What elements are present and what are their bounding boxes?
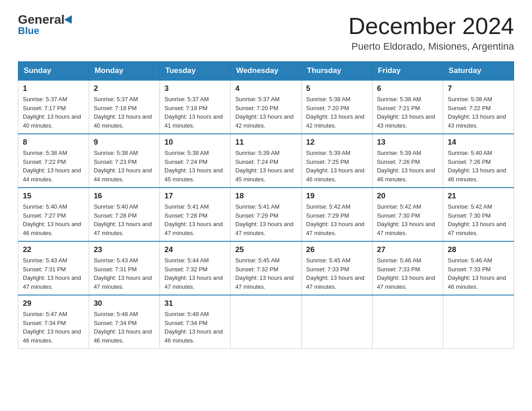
day-number: 30 bbox=[94, 299, 155, 308]
location-title: Puerto Eldorado, Misiones, Argentina bbox=[348, 41, 514, 52]
calendar-cell: 27Sunrise: 5:46 AMSunset: 7:33 PMDayligh… bbox=[372, 241, 443, 295]
day-info: Sunrise: 5:38 AMSunset: 7:22 PMDaylight:… bbox=[23, 149, 84, 184]
calendar-cell: 9Sunrise: 5:38 AMSunset: 7:23 PMDaylight… bbox=[89, 134, 160, 188]
day-number: 22 bbox=[23, 245, 84, 254]
calendar-cell: 7Sunrise: 5:38 AMSunset: 7:22 PMDaylight… bbox=[443, 80, 514, 134]
calendar-cell: 5Sunrise: 5:38 AMSunset: 7:20 PMDaylight… bbox=[301, 80, 372, 134]
calendar-cell: 31Sunrise: 5:48 AMSunset: 7:34 PMDayligh… bbox=[160, 295, 231, 349]
calendar-cell: 1Sunrise: 5:37 AMSunset: 7:17 PMDaylight… bbox=[18, 80, 89, 134]
header-monday: Monday bbox=[89, 62, 160, 81]
calendar-cell: 10Sunrise: 5:38 AMSunset: 7:24 PMDayligh… bbox=[160, 134, 231, 188]
month-title: December 2024 bbox=[348, 13, 514, 39]
day-number: 8 bbox=[23, 138, 84, 147]
logo-triangle-icon bbox=[64, 15, 76, 26]
day-number: 10 bbox=[164, 138, 226, 147]
week-row-1: 1Sunrise: 5:37 AMSunset: 7:17 PMDaylight… bbox=[18, 80, 514, 134]
day-info: Sunrise: 5:38 AMSunset: 7:22 PMDaylight:… bbox=[448, 95, 509, 130]
day-number: 1 bbox=[23, 84, 84, 93]
calendar-cell: 15Sunrise: 5:40 AMSunset: 7:27 PMDayligh… bbox=[18, 188, 89, 241]
day-info: Sunrise: 5:48 AMSunset: 7:34 PMDaylight:… bbox=[94, 310, 155, 345]
calendar-cell bbox=[231, 295, 301, 349]
calendar-cell: 16Sunrise: 5:40 AMSunset: 7:28 PMDayligh… bbox=[89, 188, 160, 241]
logo-line1: General bbox=[18, 13, 74, 26]
day-info: Sunrise: 5:42 AMSunset: 7:29 PMDaylight:… bbox=[306, 202, 368, 237]
day-number: 16 bbox=[94, 192, 155, 201]
week-row-2: 8Sunrise: 5:38 AMSunset: 7:22 PMDaylight… bbox=[18, 134, 514, 188]
calendar-cell: 22Sunrise: 5:43 AMSunset: 7:31 PMDayligh… bbox=[18, 241, 89, 295]
day-info: Sunrise: 5:46 AMSunset: 7:33 PMDaylight:… bbox=[448, 256, 509, 291]
day-number: 6 bbox=[377, 84, 438, 93]
day-info: Sunrise: 5:37 AMSunset: 7:20 PMDaylight:… bbox=[235, 95, 296, 130]
day-number: 23 bbox=[94, 245, 155, 254]
day-info: Sunrise: 5:40 AMSunset: 7:27 PMDaylight:… bbox=[23, 202, 84, 237]
calendar-cell: 8Sunrise: 5:38 AMSunset: 7:22 PMDaylight… bbox=[18, 134, 89, 188]
calendar-cell: 2Sunrise: 5:37 AMSunset: 7:18 PMDaylight… bbox=[89, 80, 160, 134]
day-number: 15 bbox=[23, 192, 84, 201]
day-info: Sunrise: 5:43 AMSunset: 7:31 PMDaylight:… bbox=[94, 256, 155, 291]
day-number: 19 bbox=[306, 192, 368, 201]
day-info: Sunrise: 5:39 AMSunset: 7:25 PMDaylight:… bbox=[306, 149, 368, 184]
day-number: 13 bbox=[377, 138, 438, 147]
calendar-cell bbox=[443, 295, 514, 349]
calendar-cell: 25Sunrise: 5:45 AMSunset: 7:32 PMDayligh… bbox=[231, 241, 301, 295]
calendar-cell: 30Sunrise: 5:48 AMSunset: 7:34 PMDayligh… bbox=[89, 295, 160, 349]
day-info: Sunrise: 5:47 AMSunset: 7:34 PMDaylight:… bbox=[23, 310, 84, 345]
day-number: 7 bbox=[448, 84, 509, 93]
header-thursday: Thursday bbox=[301, 62, 372, 81]
day-number: 31 bbox=[164, 299, 226, 308]
day-number: 18 bbox=[235, 192, 296, 201]
logo-line2: Blue bbox=[18, 25, 39, 37]
day-info: Sunrise: 5:42 AMSunset: 7:30 PMDaylight:… bbox=[448, 202, 509, 237]
header-sunday: Sunday bbox=[18, 62, 89, 81]
header: General Blue December 2024 Puerto Eldora… bbox=[18, 13, 514, 52]
calendar-cell: 28Sunrise: 5:46 AMSunset: 7:33 PMDayligh… bbox=[443, 241, 514, 295]
day-info: Sunrise: 5:37 AMSunset: 7:18 PMDaylight:… bbox=[94, 95, 155, 130]
header-friday: Friday bbox=[372, 62, 443, 81]
day-info: Sunrise: 5:41 AMSunset: 7:28 PMDaylight:… bbox=[164, 202, 226, 237]
calendar-cell: 19Sunrise: 5:42 AMSunset: 7:29 PMDayligh… bbox=[301, 188, 372, 241]
calendar-cell: 12Sunrise: 5:39 AMSunset: 7:25 PMDayligh… bbox=[301, 134, 372, 188]
day-number: 14 bbox=[448, 138, 509, 147]
calendar-table: SundayMondayTuesdayWednesdayThursdayFrid… bbox=[18, 61, 514, 349]
calendar-cell bbox=[372, 295, 443, 349]
title-area: December 2024 Puerto Eldorado, Misiones,… bbox=[348, 13, 514, 52]
day-number: 20 bbox=[377, 192, 438, 201]
day-number: 27 bbox=[377, 245, 438, 254]
day-number: 5 bbox=[306, 84, 368, 93]
calendar-cell: 6Sunrise: 5:38 AMSunset: 7:21 PMDaylight… bbox=[372, 80, 443, 134]
day-number: 21 bbox=[448, 192, 509, 201]
day-number: 25 bbox=[235, 245, 296, 254]
day-number: 2 bbox=[94, 84, 155, 93]
logo: General Blue bbox=[18, 13, 74, 37]
calendar-cell: 18Sunrise: 5:41 AMSunset: 7:29 PMDayligh… bbox=[231, 188, 301, 241]
header-saturday: Saturday bbox=[443, 62, 514, 81]
day-info: Sunrise: 5:38 AMSunset: 7:24 PMDaylight:… bbox=[164, 149, 226, 184]
day-info: Sunrise: 5:40 AMSunset: 7:28 PMDaylight:… bbox=[94, 202, 155, 237]
day-number: 17 bbox=[164, 192, 226, 201]
day-number: 29 bbox=[23, 299, 84, 308]
calendar-cell: 29Sunrise: 5:47 AMSunset: 7:34 PMDayligh… bbox=[18, 295, 89, 349]
calendar-cell: 21Sunrise: 5:42 AMSunset: 7:30 PMDayligh… bbox=[443, 188, 514, 241]
calendar-cell: 17Sunrise: 5:41 AMSunset: 7:28 PMDayligh… bbox=[160, 188, 231, 241]
day-info: Sunrise: 5:45 AMSunset: 7:32 PMDaylight:… bbox=[235, 256, 296, 291]
week-row-5: 29Sunrise: 5:47 AMSunset: 7:34 PMDayligh… bbox=[18, 295, 514, 349]
header-wednesday: Wednesday bbox=[231, 62, 301, 81]
day-number: 9 bbox=[94, 138, 155, 147]
day-info: Sunrise: 5:48 AMSunset: 7:34 PMDaylight:… bbox=[164, 310, 226, 345]
day-info: Sunrise: 5:38 AMSunset: 7:23 PMDaylight:… bbox=[94, 149, 155, 184]
day-info: Sunrise: 5:38 AMSunset: 7:20 PMDaylight:… bbox=[306, 95, 368, 130]
day-number: 12 bbox=[306, 138, 368, 147]
calendar-cell: 11Sunrise: 5:39 AMSunset: 7:24 PMDayligh… bbox=[231, 134, 301, 188]
calendar-cell: 26Sunrise: 5:45 AMSunset: 7:33 PMDayligh… bbox=[301, 241, 372, 295]
day-info: Sunrise: 5:45 AMSunset: 7:33 PMDaylight:… bbox=[306, 256, 368, 291]
calendar-cell: 14Sunrise: 5:40 AMSunset: 7:26 PMDayligh… bbox=[443, 134, 514, 188]
day-number: 11 bbox=[235, 138, 296, 147]
day-info: Sunrise: 5:43 AMSunset: 7:31 PMDaylight:… bbox=[23, 256, 84, 291]
calendar-cell: 3Sunrise: 5:37 AMSunset: 7:19 PMDaylight… bbox=[160, 80, 231, 134]
day-info: Sunrise: 5:41 AMSunset: 7:29 PMDaylight:… bbox=[235, 202, 296, 237]
calendar-cell: 4Sunrise: 5:37 AMSunset: 7:20 PMDaylight… bbox=[231, 80, 301, 134]
day-info: Sunrise: 5:39 AMSunset: 7:26 PMDaylight:… bbox=[377, 149, 438, 184]
week-row-3: 15Sunrise: 5:40 AMSunset: 7:27 PMDayligh… bbox=[18, 188, 514, 241]
day-number: 4 bbox=[235, 84, 296, 93]
calendar-cell: 13Sunrise: 5:39 AMSunset: 7:26 PMDayligh… bbox=[372, 134, 443, 188]
